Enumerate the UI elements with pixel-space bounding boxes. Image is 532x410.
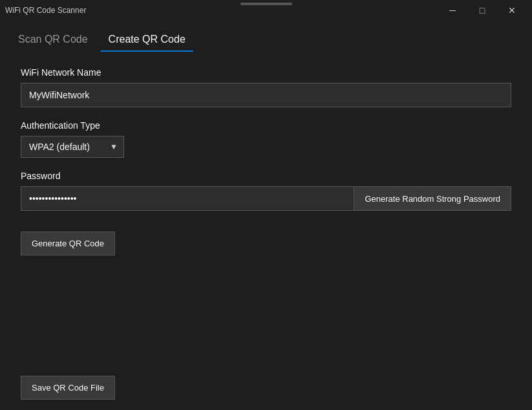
auth-type-select-wrapper: WPA2 (default) WPA WEP None ▼ [21, 136, 124, 158]
auth-type-group: Authentication Type WPA2 (default) WPA W… [21, 120, 511, 158]
network-name-input[interactable] [21, 83, 511, 107]
network-name-group: WiFi Network Name [21, 67, 511, 107]
auth-type-label: Authentication Type [21, 120, 511, 131]
password-row: Generate Random Strong Password [21, 186, 511, 211]
password-input[interactable] [21, 186, 354, 211]
generate-qr-button[interactable]: Generate QR Code [21, 232, 115, 255]
bottom-bar: Save QR Code File [0, 365, 532, 410]
tab-create-qr[interactable]: Create QR Code [101, 28, 193, 52]
password-group: Password Generate Random Strong Password [21, 171, 511, 211]
save-qr-code-button[interactable]: Save QR Code File [21, 376, 115, 400]
network-name-label: WiFi Network Name [21, 67, 511, 78]
generate-qr-group: Generate QR Code [21, 224, 511, 255]
minimize-button[interactable]: ─ [438, 0, 467, 21]
close-button[interactable]: ✕ [497, 0, 527, 21]
auth-type-select[interactable]: WPA2 (default) WPA WEP None [21, 136, 124, 158]
password-label: Password [21, 171, 511, 181]
app-title: WiFi QR Code Scanner [5, 6, 86, 15]
generate-password-button[interactable]: Generate Random Strong Password [354, 186, 511, 211]
tab-scan-qr[interactable]: Scan QR Code [10, 28, 96, 52]
title-bar: WiFi QR Code Scanner ─ □ ✕ [0, 0, 532, 21]
nav-tabs: Scan QR Code Create QR Code [0, 21, 532, 52]
window-controls: ─ □ ✕ [438, 0, 527, 21]
main-content: WiFi Network Name Authentication Type WP… [0, 52, 532, 365]
maximize-button[interactable]: □ [467, 0, 497, 21]
